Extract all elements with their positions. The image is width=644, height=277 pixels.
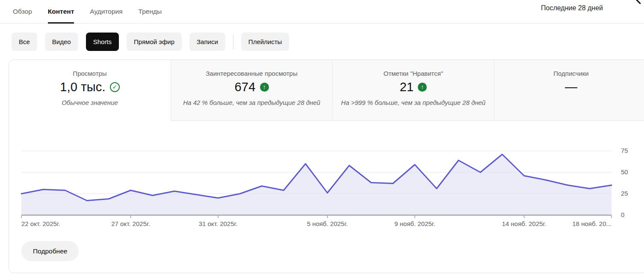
y-axis-label: 0 [621,211,624,218]
details-button[interactable]: Подробнее [21,241,79,261]
y-axis-label: 75 [621,147,628,154]
area-fill [21,155,612,215]
y-axis-label: 50 [621,168,628,176]
analytics-page: Обзор Контент Аудитория Тренды Последние… [0,0,644,277]
x-axis-label: 18 нояб. 20... [572,220,612,227]
x-axis-label: 9 нояб. 2025г. [394,220,435,227]
y-axis-label: 25 [621,190,628,197]
x-axis-label: 31 окт. 2025г. [199,220,238,227]
x-axis-label: 22 окт. 2025г. [21,220,60,227]
x-axis-label: 27 окт. 2025г. [111,220,150,227]
x-axis-label: 14 нояб. 2025г. [502,220,547,227]
views-trend-chart[interactable] [0,0,644,277]
x-axis-label: 5 нояб. 2025г. [307,220,348,227]
